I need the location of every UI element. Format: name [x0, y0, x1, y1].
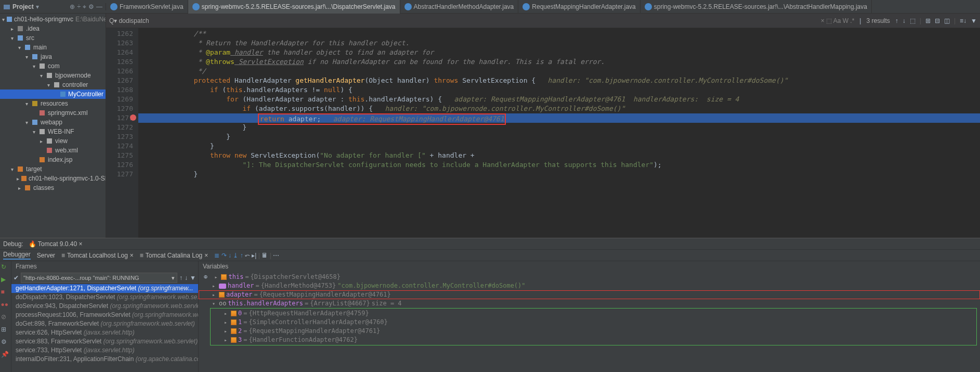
frames-header: Frames	[11, 261, 198, 272]
stack-frame[interactable]: service:733, HttpServlet (javax.servlet.…	[11, 346, 198, 355]
editor-tab[interactable]: FrameworkServlet.java	[106, 0, 188, 14]
editor-tab[interactable]: RequestMappingHandlerAdapter.java	[518, 0, 640, 14]
resume-icon[interactable]: ▶	[1, 276, 10, 285]
tree-node[interactable]: ▾target	[0, 164, 106, 174]
step-over-icon[interactable]: ↷	[221, 252, 227, 259]
run-to-cursor-icon[interactable]: ▸|	[252, 252, 256, 259]
find-query: dodispatch	[119, 17, 149, 24]
stack-frame[interactable]: processRequest:1006, FrameworkServlet (o…	[11, 311, 198, 319]
editor-tabs: FrameworkServlet.javaspring-webmvc-5.2.5…	[106, 0, 980, 14]
remove-selection-icon[interactable]: ⊟	[935, 17, 940, 24]
tree-node[interactable]: ▾com	[0, 61, 106, 71]
frames-list[interactable]: getHandlerAdapter:1271, DispatcherServle…	[11, 284, 198, 372]
next-frame-icon[interactable]: ↓	[185, 274, 188, 281]
stack-frame[interactable]: doGet:898, FrameworkServlet (org.springf…	[11, 319, 198, 328]
funnel-icon[interactable]: ▼	[971, 17, 977, 24]
show-exec-icon[interactable]: ≣	[214, 252, 219, 259]
tree-node[interactable]: ▾resources	[0, 99, 106, 108]
drop-frame-icon[interactable]: ⤺	[245, 252, 250, 259]
collapse-icon[interactable]: ⊕	[70, 3, 75, 10]
code-area[interactable]: 1262126312641265126612671268126912701271…	[106, 28, 980, 238]
code[interactable]: /** * Return the HandlerAdapter for this…	[138, 28, 980, 238]
force-step-into-icon[interactable]: ⤓	[233, 252, 238, 259]
dropdown-icon[interactable]: ▾	[36, 3, 39, 10]
tree-node[interactable]: ▸classes	[0, 183, 106, 193]
pkg-icon	[53, 81, 60, 88]
tree-node[interactable]: ▸.idea	[0, 24, 106, 33]
stack-frame[interactable]: service:883, FrameworkServlet (org.sprin…	[11, 337, 198, 346]
select-occurrences-icon[interactable]: ◫	[944, 17, 950, 24]
dir-icon	[46, 137, 53, 145]
list-item-2[interactable]: ▸ 2 = {RequestMappingHandlerAdapter@4761…	[211, 327, 976, 336]
editor-tab[interactable]: spring-webmvc-5.2.5.RELEASE-sources.jar!…	[641, 0, 872, 14]
tree-node[interactable]: web.xml	[0, 146, 106, 155]
tree-node[interactable]: ▾WEB-INF	[0, 127, 106, 136]
tree-node[interactable]: MyController	[0, 89, 106, 99]
view-breakpoints-icon[interactable]: ●●	[1, 301, 10, 310]
filter-icon[interactable]: ≡↓	[960, 17, 966, 24]
tree-node[interactable]: ▾bjpowernode	[0, 71, 106, 80]
tree-node[interactable]: ▸view	[0, 136, 106, 146]
project-icon[interactable]	[3, 3, 10, 10]
variable-handlerAdapters[interactable]: ▾oo this.handlerAdapters = {ArrayList@46…	[199, 299, 980, 308]
hide-icon[interactable]: —	[96, 3, 102, 10]
expand-icon[interactable]: ÷	[77, 3, 81, 10]
tree-node[interactable]: ▾ch01-hello-springmvc E:\BaiduNet...	[0, 15, 106, 24]
debugger-tab[interactable]: Debugger	[3, 251, 31, 260]
select-all-icon[interactable]: ⬚	[910, 17, 916, 24]
java-file-icon	[522, 3, 530, 10]
tree-node[interactable]: springmvc.xml	[0, 108, 106, 118]
get-thread-dump-icon[interactable]: ⊞	[1, 326, 10, 335]
stack-frame[interactable]: service:626, HttpServlet (javax.servlet.…	[11, 328, 198, 337]
gear-icon[interactable]: ⚙	[88, 3, 94, 10]
mute-breakpoints-icon[interactable]: ⊘	[1, 313, 10, 323]
editor-tab[interactable]: spring-webmvc-5.2.5.RELEASE-sources.jar!…	[188, 0, 400, 14]
variable-handler[interactable]: ▸ handler = {HandlerMethod@4753} "com.bj…	[199, 281, 980, 290]
filter-frames-icon[interactable]: ▼	[190, 274, 196, 281]
run-config[interactable]: 🔥 Tomcat 9.0.40 ×	[29, 240, 83, 248]
stop-icon[interactable]: ■	[1, 288, 10, 298]
server-tab[interactable]: Server	[37, 252, 55, 259]
variable-this[interactable]: ⊕ ▸ this = {DispatcherServlet@4658}	[199, 273, 980, 281]
stack-frame[interactable]: internalDoFilter:231, ApplicationFilterC…	[11, 355, 198, 364]
prev-frame-icon[interactable]: ↑	[179, 274, 182, 281]
variables-list[interactable]: ⊕ ▸ this = {DispatcherServlet@4658} ▸ ha…	[199, 272, 980, 372]
tree-node[interactable]: index.jsp	[0, 155, 106, 164]
more-icon[interactable]: ⋯	[273, 252, 279, 259]
thread-dropdown-icon[interactable]: ✔	[14, 274, 19, 281]
new-watch-icon[interactable]: ⊕	[204, 273, 207, 281]
debug-config-row: Debug: 🔥 Tomcat 9.0.40 ×	[0, 238, 980, 250]
pin-icon[interactable]: 📌	[1, 351, 10, 360]
tree-node[interactable]: ▾controller	[0, 80, 106, 89]
list-item-3[interactable]: ▸ 3 = {HandlerFunctionAdapter@4762}	[211, 336, 976, 344]
tree-node[interactable]: ▾java	[0, 52, 106, 61]
tree-node[interactable]: ▾main	[0, 43, 106, 52]
thread-selector[interactable]: "http-nio-8080-exec-...roup "main": RUNN…	[21, 273, 177, 283]
evaluate-icon[interactable]: 🖩	[262, 252, 268, 259]
list-item-1[interactable]: ▸ 1 = {SimpleControllerHandlerAdapter@47…	[211, 318, 976, 327]
debug-side-toolbar: ↻ ▶ ■ ●● ⊘ ⊞ ⚙ 📌	[0, 261, 11, 372]
tree-node[interactable]: ▾src	[0, 33, 106, 43]
next-result-icon[interactable]: ↓	[903, 17, 906, 24]
tree-node[interactable]: ▸ch01-hello-springmvc-1.0-SNA	[0, 174, 106, 183]
find-bar[interactable]: Q▾ dodispatch × ⬚ Aa W .* | 3 results ↑ …	[106, 14, 980, 28]
gutter: 1262126312641265126612671268126912701271…	[106, 28, 138, 238]
prev-result-icon[interactable]: ↑	[895, 17, 898, 24]
xml-icon	[38, 109, 46, 117]
editor-tab[interactable]: AbstractHandlerMethodAdapter.java	[400, 0, 519, 14]
locate-icon[interactable]: ⌖	[83, 3, 86, 10]
stack-frame[interactable]: doService:943, DispatcherServlet (org.sp…	[11, 302, 198, 311]
rerun-icon[interactable]: ↻	[1, 263, 10, 273]
localhost-log-tab[interactable]: ≡ Tomcat Localhost Log ×	[61, 252, 134, 259]
variable-adapter[interactable]: ▸ adapter = {RequestMappingHandlerAdapte…	[199, 290, 980, 299]
catalina-log-tab[interactable]: ≡ Tomcat Catalina Log ×	[140, 252, 208, 259]
tree-node[interactable]: ▾webapp	[0, 118, 106, 127]
breakpoint-icon[interactable]	[130, 114, 136, 121]
stack-frame[interactable]: doDispatch:1023, DispatcherServlet (org.…	[11, 293, 198, 302]
step-into-icon[interactable]: ↓	[228, 252, 231, 259]
step-out-icon[interactable]: ↑	[240, 252, 243, 259]
add-selection-icon[interactable]: ⊞	[925, 17, 931, 24]
list-item-0[interactable]: ▸ 0 = {HttpRequestHandlerAdapter@4759}	[211, 309, 976, 318]
stack-frame[interactable]: getHandlerAdapter:1271, DispatcherServle…	[11, 284, 198, 293]
settings-icon[interactable]: ⚙	[1, 338, 10, 348]
